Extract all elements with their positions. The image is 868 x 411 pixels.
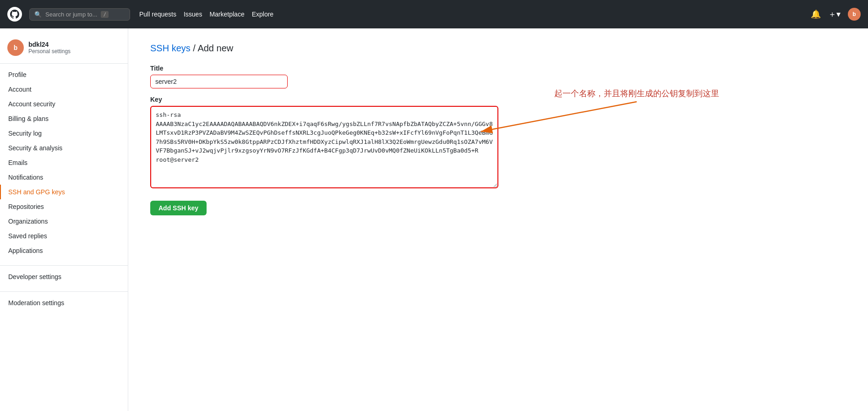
key-form-group: Key <box>150 96 846 190</box>
sidebar-avatar: b <box>7 39 24 56</box>
sidebar-item-notifications[interactable]: Notifications <box>0 170 128 185</box>
sidebar-item-profile[interactable]: Profile <box>0 67 128 82</box>
sidebar-item-moderation-settings[interactable]: Moderation settings <box>0 296 128 310</box>
nav-explore[interactable]: Explore <box>252 11 273 18</box>
sidebar-user: b bdkl24 Personal settings <box>0 39 128 63</box>
sidebar-item-repositories[interactable]: Repositories <box>0 199 128 214</box>
search-shortcut: / <box>101 11 109 18</box>
search-icon: 🔍 <box>34 11 42 18</box>
nav-marketplace[interactable]: Marketplace <box>209 11 244 18</box>
search-placeholder: Search or jump to... <box>45 11 97 18</box>
sidebar-item-applications[interactable]: Applications <box>0 243 128 258</box>
sidebar-item-billing[interactable]: Billing & plans <box>0 111 128 126</box>
github-logo[interactable] <box>7 7 22 22</box>
sidebar-subtitle: Personal settings <box>28 48 71 55</box>
user-avatar[interactable]: b <box>848 8 861 21</box>
main-layout: b bdkl24 Personal settings Profile Accou… <box>0 28 868 411</box>
sidebar-divider <box>0 63 128 64</box>
search-box[interactable]: 🔍 Search or jump to... / <box>29 8 130 21</box>
sidebar-moderation-section: Moderation settings <box>0 291 128 310</box>
nav-issues[interactable]: Issues <box>184 11 202 18</box>
breadcrumb-ssh-keys-link[interactable]: SSH keys <box>150 43 191 53</box>
sidebar-developer-section: Developer settings <box>0 265 128 284</box>
title-label: Title <box>150 65 846 72</box>
page-breadcrumb: SSH keys / Add new <box>150 43 846 54</box>
sidebar-item-developer-settings[interactable]: Developer settings <box>0 269 128 284</box>
sidebar-item-security-log[interactable]: Security log <box>0 126 128 141</box>
sidebar-item-ssh-gpg[interactable]: SSH and GPG keys <box>0 185 128 199</box>
nav-links: Pull requests Issues Marketplace Explore <box>139 11 273 18</box>
sidebar-item-account[interactable]: Account <box>0 82 128 97</box>
key-textarea[interactable] <box>150 106 498 188</box>
breadcrumb-separator: / <box>191 43 198 53</box>
add-ssh-key-button[interactable]: Add SSH key <box>150 201 207 215</box>
title-input[interactable] <box>150 75 288 88</box>
breadcrumb-current: Add new <box>197 43 233 53</box>
key-label: Key <box>150 96 846 103</box>
topnav-right: 🔔 ＋▾ b <box>811 8 861 21</box>
sidebar-item-emails[interactable]: Emails <box>0 155 128 170</box>
sidebar: b bdkl24 Personal settings Profile Accou… <box>0 28 128 411</box>
sidebar-item-security-analysis[interactable]: Security & analysis <box>0 141 128 155</box>
notifications-bell[interactable]: 🔔 <box>811 9 821 19</box>
top-navigation: 🔍 Search or jump to... / Pull requests I… <box>0 0 868 28</box>
sidebar-user-info: bdkl24 Personal settings <box>28 41 71 55</box>
sidebar-item-organizations[interactable]: Organizations <box>0 214 128 229</box>
sidebar-username: bdkl24 <box>28 41 71 48</box>
main-content: SSH keys / Add new Title Key Add SSH key… <box>128 28 868 411</box>
sidebar-item-saved-replies[interactable]: Saved replies <box>0 229 128 243</box>
nav-pull-requests[interactable]: Pull requests <box>139 11 176 18</box>
title-form-group: Title <box>150 65 846 88</box>
sidebar-item-account-security[interactable]: Account security <box>0 97 128 111</box>
new-item-button[interactable]: ＋▾ <box>828 9 841 20</box>
